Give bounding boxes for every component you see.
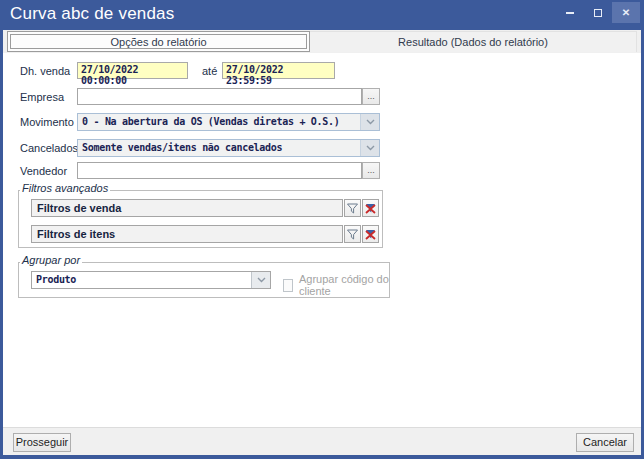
dropdown-arrow[interactable] (360, 114, 379, 130)
vendedor-input[interactable] (77, 162, 362, 179)
minimize-button[interactable] (556, 2, 584, 23)
tab-resultado-dados[interactable]: Resultado (Dados do relatório) (310, 31, 637, 52)
title-bar[interactable]: Curva abc de vendas ✕ (0, 0, 644, 30)
cancelar-button[interactable]: Cancelar (576, 433, 634, 452)
movimento-select[interactable]: 0 - Na abertura da OS (Vendas diretas + … (77, 113, 380, 131)
movimento-label: Movimento (20, 116, 74, 128)
chevron-down-icon (257, 277, 266, 283)
vendedor-browse-button[interactable]: ... (362, 162, 380, 179)
close-button[interactable]: ✕ (612, 2, 640, 23)
dh-venda-from-field[interactable]: 27/10/2022 00:00:00 (77, 62, 188, 79)
prosseguir-button[interactable]: Prosseguir (13, 433, 71, 452)
footer-bar: Prosseguir Cancelar (3, 427, 641, 455)
tab-label: Opções do relatório (111, 36, 207, 48)
filter-itens-button[interactable] (344, 225, 361, 243)
cancelados-label: Cancelados (20, 142, 78, 154)
filtros-itens-label: Filtros de itens (31, 225, 343, 243)
agrupar-por-group-label: Agrupar por (20, 254, 82, 266)
tab-label: Resultado (Dados do relatório) (398, 36, 548, 48)
dh-venda-label: Dh. venda (20, 65, 70, 77)
clear-filter-itens-button[interactable] (362, 225, 379, 243)
filtros-itens-row: Filtros de itens (31, 225, 379, 243)
filtros-avancados-group-label: Filtros avançados (20, 182, 110, 194)
tab-bar: Opções do relatório Resultado (Dados do … (3, 30, 641, 53)
filtros-venda-label: Filtros de venda (31, 199, 343, 217)
content-frame: Opções do relatório Resultado (Dados do … (3, 30, 641, 455)
window-controls: ✕ (556, 2, 640, 23)
checkbox-label: Agrupar código do cliente (299, 273, 389, 297)
checkbox-icon (283, 279, 293, 292)
maximize-icon (594, 9, 602, 17)
close-icon: ✕ (622, 8, 630, 18)
filtros-avancados-group: Filtros de venda Filtros de itens (18, 190, 383, 248)
movimento-value: 0 - Na abertura da OS (Vendas diretas + … (78, 114, 360, 130)
filtros-venda-row: Filtros de venda (31, 199, 379, 217)
minimize-icon (566, 12, 574, 14)
dh-venda-to-field[interactable]: 27/10/2022 23:59:59 (222, 62, 335, 79)
dropdown-arrow[interactable] (360, 140, 379, 156)
vendedor-label: Vendedor (20, 165, 67, 177)
agrupar-por-select[interactable]: Produto (31, 271, 271, 289)
empresa-browse-button[interactable]: ... (362, 88, 380, 105)
filter-venda-button[interactable] (344, 199, 361, 217)
chevron-down-icon (366, 145, 375, 151)
cancelados-value: Somente vendas/itens não cancelados (78, 140, 360, 156)
funnel-clear-icon (364, 202, 377, 215)
maximize-button[interactable] (584, 2, 612, 23)
chevron-down-icon (366, 119, 375, 125)
ate-label: até (202, 65, 217, 77)
funnel-clear-icon (364, 228, 377, 241)
tab-opcoes-relatorio[interactable]: Opções do relatório (7, 31, 310, 52)
empresa-input[interactable] (77, 88, 362, 105)
agrupar-por-value: Produto (32, 272, 251, 288)
dropdown-arrow[interactable] (251, 272, 270, 288)
app-window: Curva abc de vendas ✕ Opções do relatóri… (0, 0, 644, 459)
empresa-label: Empresa (20, 91, 64, 103)
clear-filter-venda-button[interactable] (362, 199, 379, 217)
cancelados-select[interactable]: Somente vendas/itens não cancelados (77, 139, 380, 157)
agrupar-por-group: Produto Agrupar código do cliente (18, 262, 390, 298)
agrupar-codigo-cliente-checkbox[interactable]: Agrupar código do cliente (283, 273, 389, 297)
funnel-icon (346, 202, 359, 215)
funnel-icon (346, 228, 359, 241)
window-title: Curva abc de vendas (10, 4, 174, 24)
